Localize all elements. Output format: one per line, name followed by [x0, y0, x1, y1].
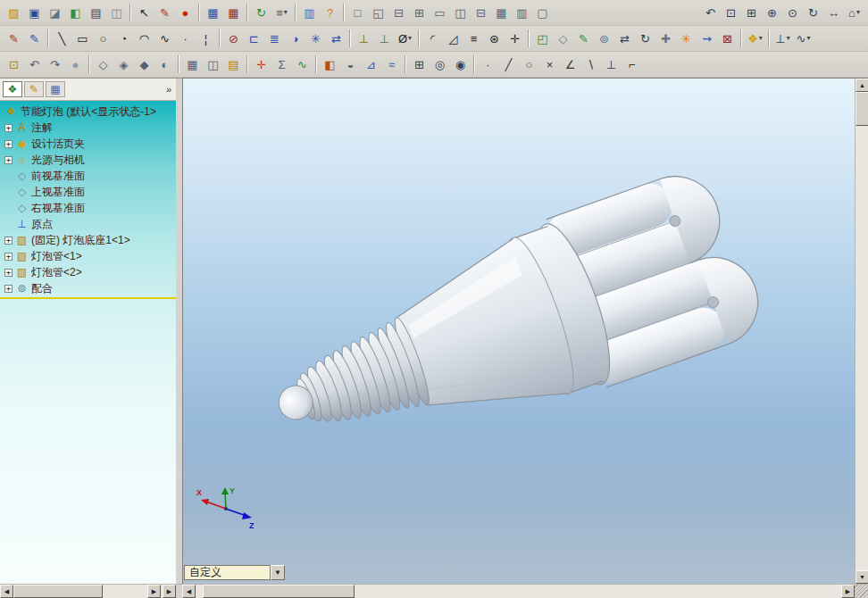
- sketch-chamfer-icon[interactable]: ◿: [443, 29, 463, 49]
- print-preview-icon[interactable]: ◫: [106, 3, 127, 23]
- make-drawing-icon[interactable]: ◪: [45, 3, 65, 23]
- four-viewports-icon[interactable]: ▦: [491, 3, 512, 23]
- panel-scroll-right-button[interactable]: ▶: [147, 585, 161, 598]
- tile-horizontally-icon[interactable]: ⊟: [388, 3, 409, 23]
- expand-toggle[interactable]: +: [4, 124, 13, 132]
- tree-item-lights-cameras[interactable]: +☼光源与相机: [0, 152, 176, 168]
- tree-item-tube-part-1[interactable]: +▧灯泡管<1>: [0, 248, 176, 264]
- arrange-windows-icon[interactable]: ▥: [512, 3, 532, 23]
- filter-axes-icon[interactable]: ∖: [580, 54, 601, 75]
- configurationmanager-tab[interactable]: ▦: [46, 81, 65, 97]
- make-assembly-icon[interactable]: ◧: [65, 3, 86, 23]
- move-component-icon[interactable]: ⇄: [614, 29, 635, 49]
- exploded-view-icon[interactable]: ✳: [676, 29, 697, 49]
- zoom-to-fit-icon[interactable]: ⊡: [721, 3, 741, 23]
- shadows-icon[interactable]: ◐: [154, 54, 175, 75]
- expand-toggle[interactable]: +: [4, 253, 13, 261]
- line-icon[interactable]: ╲: [52, 29, 72, 49]
- sketch-fillet-icon[interactable]: ◜: [422, 29, 443, 49]
- hidden-lines-removed-icon[interactable]: ◆: [134, 54, 154, 75]
- tree-item-assembly-root[interactable]: ❖节能灯泡 (默认<显示状态-1>: [0, 104, 176, 120]
- new-window-icon[interactable]: □: [347, 3, 368, 23]
- filter-dimensions-icon[interactable]: ×: [539, 54, 560, 75]
- reference-geometry-icon[interactable]: ⊥▾: [772, 29, 793, 49]
- tree-item-base-part[interactable]: +▧(固定) 灯泡底座1<1>: [0, 232, 176, 248]
- appearances-dropdown-arrow[interactable]: ▾: [759, 35, 763, 42]
- viewport-scroll-thumb[interactable]: [203, 585, 355, 598]
- tile-vertically-icon[interactable]: ⊞: [409, 3, 430, 23]
- panel-splitter[interactable]: [176, 78, 182, 584]
- file-properties-icon[interactable]: ▥: [299, 3, 320, 23]
- 3d-sketch-icon[interactable]: ✎: [24, 29, 45, 49]
- tree-item-annotations[interactable]: +A注解: [0, 120, 176, 136]
- curves-dropdown-arrow[interactable]: ▾: [806, 35, 810, 42]
- mass-properties-icon[interactable]: Σ: [271, 54, 292, 75]
- appearances-icon[interactable]: ❖▾: [745, 29, 765, 49]
- previous-view-icon[interactable]: ↶: [700, 3, 721, 23]
- two-viewports-horizontal-icon[interactable]: ⊟: [471, 3, 491, 23]
- tree-item-right-plane[interactable]: ◇右视基准面: [0, 200, 176, 216]
- measure-icon[interactable]: ✛: [251, 54, 271, 75]
- centerpoint-arc-icon[interactable]: ◔: [113, 29, 134, 49]
- viewport-scroll-left-button[interactable]: ◀: [182, 585, 196, 598]
- edit-component-icon[interactable]: ✎: [573, 29, 594, 49]
- rotate-view-icon[interactable]: ↻: [803, 3, 823, 23]
- expand-toggle[interactable]: +: [4, 237, 13, 245]
- customize-dropdown-button[interactable]: ▼: [271, 565, 285, 580]
- tree-item-front-plane[interactable]: ◇前视基准面: [0, 168, 176, 184]
- centerline-icon[interactable]: ¦: [196, 29, 216, 49]
- filter-annotations-icon[interactable]: ∠: [560, 54, 580, 75]
- trim-entities-icon[interactable]: ⊘: [223, 29, 244, 49]
- view-next-icon[interactable]: ↷: [45, 54, 65, 75]
- scroll-up-button[interactable]: ▲: [855, 79, 868, 92]
- panel-expand-chevron[interactable]: »: [164, 84, 173, 95]
- print-icon[interactable]: ▤: [86, 3, 106, 23]
- open-icon[interactable]: ▨: [4, 3, 24, 23]
- modify-sketch-icon[interactable]: ✛: [505, 29, 525, 49]
- record-macro-icon[interactable]: ●: [175, 3, 196, 23]
- propertymanager-tab[interactable]: ✎: [24, 81, 44, 97]
- zebra-stripes-icon[interactable]: ≈: [381, 54, 402, 75]
- explode-line-sketch-icon[interactable]: ⇝: [697, 29, 717, 49]
- view-previous-icon[interactable]: ↶: [24, 54, 45, 75]
- grid-settings-icon[interactable]: ▦: [182, 54, 203, 75]
- move-entities-icon[interactable]: ⇄: [326, 29, 346, 49]
- view-orientation-icon[interactable]: ⊞: [409, 54, 430, 75]
- shaded-icon[interactable]: ●: [65, 54, 86, 75]
- zoom-in-out-icon[interactable]: ⊕: [762, 3, 782, 23]
- filter-vertices-icon[interactable]: ·: [478, 54, 498, 75]
- wireframe-icon[interactable]: ◇: [93, 54, 113, 75]
- point-icon[interactable]: ∙: [175, 29, 196, 49]
- close-all-windows-icon[interactable]: ▢: [532, 3, 553, 23]
- interference-detection-icon[interactable]: ⊠: [717, 29, 738, 49]
- viewport-horizontal-scrollbar[interactable]: ◀ ▶: [182, 585, 868, 598]
- options-icon[interactable]: ≡▾: [271, 3, 292, 23]
- vertical-scrollbar[interactable]: ▲ ▼: [855, 79, 868, 584]
- vertical-scroll-thumb[interactable]: [855, 92, 868, 126]
- featuremanager-tab[interactable]: ❖: [3, 81, 22, 97]
- sketch-entity-icon[interactable]: ✎: [154, 3, 175, 23]
- pan-icon[interactable]: ↔: [823, 3, 844, 23]
- panel-horizontal-scrollbar[interactable]: ◀ ▶ ▶: [0, 585, 176, 598]
- panel-scroll-left-button[interactable]: ◀: [0, 585, 13, 598]
- smart-dimension-icon[interactable]: Ø▾: [395, 29, 415, 49]
- design-journal-icon[interactable]: ▤: [223, 54, 244, 75]
- view-palette-icon[interactable]: ⊡: [4, 54, 24, 75]
- viewport-scroll-track[interactable]: [196, 585, 841, 598]
- window-resize-grip[interactable]: [855, 585, 868, 598]
- curvature-icon[interactable]: ∿: [292, 54, 313, 75]
- tree-item-tube-part-2[interactable]: +▧灯泡管<2>: [0, 264, 176, 280]
- camera-view-icon[interactable]: ◎: [430, 54, 450, 75]
- mate-icon[interactable]: ⊚: [594, 29, 614, 49]
- hide-show-component-icon[interactable]: ◇: [553, 29, 573, 49]
- standard-views-icon[interactable]: ⌂▾: [844, 3, 864, 23]
- filter-faces-icon[interactable]: ○: [519, 54, 539, 75]
- rotate-component-icon[interactable]: ↻: [635, 29, 655, 49]
- display-relations-icon[interactable]: ⊥: [374, 29, 395, 49]
- cascade-windows-icon[interactable]: ◱: [368, 3, 388, 23]
- customize-combobox-field[interactable]: 自定义: [184, 565, 271, 580]
- save-icon[interactable]: ▣: [24, 3, 45, 23]
- mirror-entities-icon[interactable]: ◑: [285, 29, 305, 49]
- convert-entities-icon[interactable]: ⊏: [244, 29, 264, 49]
- sketch-icon[interactable]: ✎: [4, 29, 24, 49]
